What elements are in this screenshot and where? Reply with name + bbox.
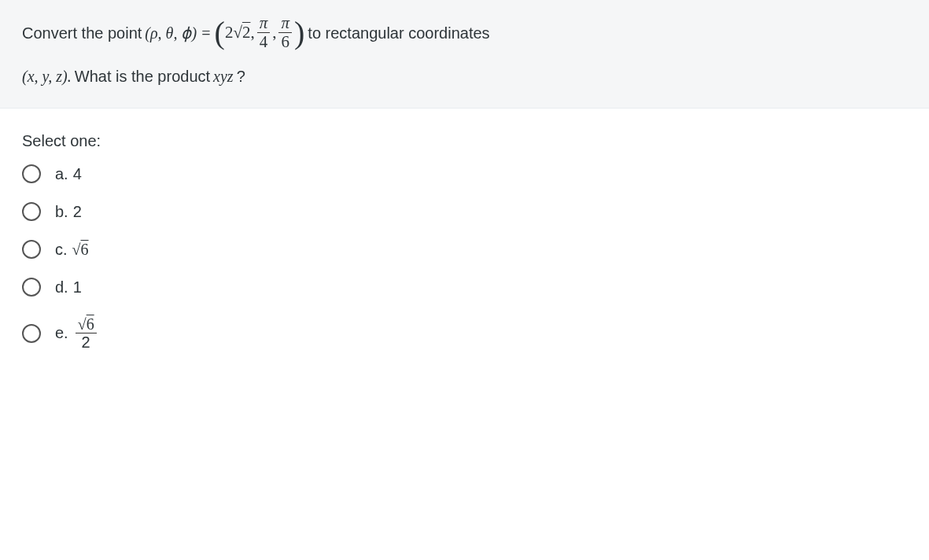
tuple-lhs: (ρ, θ, ϕ) = [145,20,211,46]
sqrt-symbol: √ [233,23,242,42]
option-b-value: 2 [73,203,82,221]
radio-c[interactable] [22,240,41,259]
phi-den: 6 [278,33,292,51]
option-c-letter: c. [55,241,68,259]
option-e[interactable]: e. √6 2 [22,315,907,351]
radio-a[interactable] [22,164,41,183]
radio-d[interactable] [22,278,41,297]
options-list: a. 4 b. 2 c. √6 d. 1 [22,164,907,351]
select-one-label: Select one: [22,132,907,150]
question-mid: to rectangular coordinates [308,20,489,46]
option-e-label: e. √6 2 [55,315,99,351]
question-tail: What is the product [75,64,210,89]
option-d-value: 1 [73,278,82,297]
comma-2: , [272,20,276,46]
option-c-sqrt: √6 [72,241,89,259]
product-var: xyz [213,64,234,89]
option-a[interactable]: a. 4 [22,164,907,183]
option-a-letter: a. [55,165,68,183]
sqrt-arg: 2 [242,23,251,42]
rho-coeff: 2 [225,23,234,42]
answer-section: Select one: a. 4 b. 2 c. √6 [0,109,929,374]
option-d-label: d. 1 [55,278,82,297]
rect-coords: (x, y, z). [22,64,72,89]
option-b-letter: b. [55,203,68,221]
theta-frac: π 4 [257,14,271,51]
option-e-sqrt-arg: 6 [87,315,94,333]
theta-num: π [257,14,271,33]
option-e-letter: e. [55,324,68,342]
option-b[interactable]: b. 2 [22,202,907,221]
option-d-letter: d. [55,278,68,297]
radio-e[interactable] [22,324,41,343]
option-c-sqrt-arg: 6 [81,241,89,258]
option-e-num: √6 [76,315,97,333]
option-c-label: c. √6 [55,241,89,259]
option-e-frac: √6 2 [76,315,97,351]
phi-num: π [278,14,292,33]
comma-1: , [250,20,254,46]
option-d[interactable]: d. 1 [22,278,907,297]
option-c[interactable]: c. √6 [22,240,907,259]
tuple-rhs: ( 2√2 , π 4 , π 6 ) [215,14,305,51]
line-break [22,54,907,61]
phi-frac: π 6 [278,14,292,51]
option-a-value: 4 [73,165,82,183]
question-prefix: Convert the point [22,20,142,46]
theta-den: 4 [257,33,271,51]
question-text: Convert the point (ρ, θ, ϕ) = ( 2√2 , π … [22,14,907,89]
radio-b[interactable] [22,202,41,221]
question-mark: ? [237,64,245,89]
option-e-den: 2 [79,333,93,351]
rho-value: 2√2 [225,20,251,46]
option-a-label: a. 4 [55,165,82,183]
question-box: Convert the point (ρ, θ, ϕ) = ( 2√2 , π … [0,0,929,109]
option-b-label: b. 2 [55,203,82,221]
